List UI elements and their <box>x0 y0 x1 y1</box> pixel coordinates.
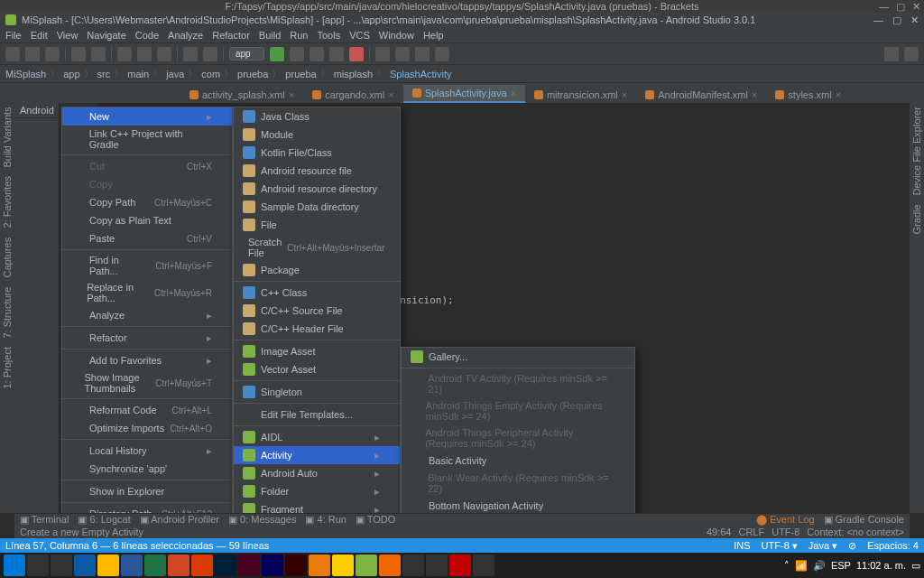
open-icon[interactable] <box>5 47 20 61</box>
project-view-combo[interactable]: Android <box>20 105 54 116</box>
back-icon[interactable] <box>183 47 198 61</box>
menu-item-local-history[interactable]: Local History▸ <box>62 442 232 460</box>
tab-styles-xml[interactable]: styles.xml× <box>766 87 850 103</box>
app-icon[interactable] <box>402 555 424 576</box>
menu-item-package[interactable]: Package <box>234 261 400 279</box>
run-config-combo[interactable]: app <box>229 47 264 61</box>
breadcrumb-item[interactable]: src <box>97 69 111 79</box>
tray-time[interactable]: 11:02 a. m. <box>856 560 906 571</box>
breadcrumb-item[interactable]: SplashActivity <box>390 69 451 79</box>
brackets-status-item[interactable]: INS <box>734 540 750 552</box>
bottom-tool-Event-Log[interactable]: ⬤ Event Log <box>756 514 815 526</box>
bottom-tool-4-Run[interactable]: ▣ 4: Run <box>305 514 346 526</box>
sdk-icon[interactable] <box>395 47 410 61</box>
menu-item-paste[interactable]: PasteCtrl+V <box>62 229 232 247</box>
encoding[interactable]: UTF-8 <box>772 527 799 537</box>
brackets-taskbar-icon[interactable] <box>426 555 448 576</box>
menu-code[interactable]: Code <box>135 30 159 41</box>
menu-item-replace-in-path-[interactable]: Replace in Path...Ctrl+Mayús+R <box>62 279 232 306</box>
menu-tools[interactable]: Tools <box>317 30 340 41</box>
tab-mitransicion-xml[interactable]: mitransicion.xml× <box>525 87 636 103</box>
run-icon[interactable] <box>270 47 284 61</box>
forward-icon[interactable] <box>203 47 217 61</box>
cortana-icon[interactable] <box>51 555 72 576</box>
firefox-icon[interactable] <box>191 555 213 576</box>
as-min-icon[interactable]: — <box>873 14 883 26</box>
toolwindow-Build-Variants[interactable]: Build Variants <box>2 107 13 167</box>
tray-lang[interactable]: ESP <box>831 560 851 571</box>
breadcrumb-item[interactable]: misplash <box>334 69 373 79</box>
undo-icon[interactable] <box>71 47 86 61</box>
start-button[interactable] <box>4 555 25 576</box>
excel-icon[interactable] <box>144 555 166 576</box>
tray-chevron-icon[interactable]: ˄ <box>784 560 790 572</box>
tab-activity_splash-xml[interactable]: activity_splash.xml× <box>180 87 303 103</box>
breadcrumb-item[interactable]: java <box>166 69 184 79</box>
brackets-status-item[interactable]: ⊘ <box>848 540 856 552</box>
app2-icon[interactable] <box>473 555 494 576</box>
bottom-tool-TODO[interactable]: ▣ TODO <box>356 514 395 526</box>
save-icon[interactable] <box>25 47 40 61</box>
menu-item-vector-asset[interactable]: Vector Asset <box>234 360 400 378</box>
tab-cargando-xml[interactable]: cargando.xml× <box>303 87 402 103</box>
menu-navigate[interactable]: Navigate <box>87 30 125 41</box>
max-icon[interactable]: ▢ <box>896 1 905 13</box>
menu-item-find-in-path-[interactable]: Find in Path...Ctrl+Mayús+F <box>62 252 232 279</box>
brackets-status-item[interactable]: Java ▾ <box>808 540 837 552</box>
word-icon[interactable] <box>121 555 143 576</box>
powerpoint-icon[interactable] <box>168 555 189 576</box>
menu-window[interactable]: Window <box>379 30 414 41</box>
menu-help[interactable]: Help <box>423 30 444 41</box>
menu-item-module[interactable]: Module <box>234 126 400 144</box>
androidstudio-taskbar-icon[interactable] <box>356 555 377 576</box>
min-icon[interactable]: — <box>879 1 889 13</box>
menu-item-aidl[interactable]: AIDL▸ <box>234 428 400 446</box>
bottom-tool-Gradle-Console[interactable]: ▣ Gradle Console <box>824 514 905 526</box>
breadcrumb-item[interactable]: app <box>63 69 79 79</box>
bottom-tool-0-Messages[interactable]: ▣ 0: Messages <box>228 514 296 526</box>
breadcrumb-item[interactable]: main <box>127 69 149 79</box>
menu-item-copy-path[interactable]: Copy PathCtrl+Mayús+C <box>62 193 232 211</box>
brackets-status-item[interactable]: Espacios: 4 <box>867 540 919 552</box>
menu-item-image-asset[interactable]: Image Asset <box>234 342 400 360</box>
toolwindow-7-Structure[interactable]: 7: Structure <box>2 286 13 338</box>
profile-icon[interactable] <box>310 47 324 61</box>
breadcrumb-item[interactable]: MiSplash <box>5 69 46 79</box>
as-close-icon[interactable]: ✕ <box>910 14 919 26</box>
bottom-tool-Terminal[interactable]: ▣ Terminal <box>20 514 69 526</box>
breadcrumb-item[interactable]: prueba <box>285 69 316 79</box>
menu-item-gallery-[interactable]: Gallery... <box>402 348 634 366</box>
stop-icon[interactable] <box>349 47 364 61</box>
aftereffects-icon[interactable] <box>262 555 283 576</box>
brackets-status-item[interactable]: UTF-8 ▾ <box>762 540 798 552</box>
breadcrumb-item[interactable]: prueba <box>237 69 268 79</box>
bottom-tool-Android-Profiler[interactable]: ▣ Android Profiler <box>140 514 219 526</box>
edge-icon[interactable] <box>74 555 96 576</box>
tray-volume-icon[interactable]: 🔊 <box>813 560 826 572</box>
help-icon[interactable] <box>435 47 449 61</box>
menu-item-singleton[interactable]: Singleton <box>234 383 400 401</box>
menu-item-folder[interactable]: Folder▸ <box>234 482 400 500</box>
avd-icon[interactable] <box>375 47 390 61</box>
menu-view[interactable]: View <box>57 30 79 41</box>
redo-icon[interactable] <box>91 47 106 61</box>
menu-analyze[interactable]: Analyze <box>168 30 203 41</box>
menu-item-kotlin-file-class[interactable]: Kotlin File/Class <box>234 144 400 162</box>
menu-item-link-c-project-with-gradle[interactable]: Link C++ Project with Gradle <box>62 126 232 153</box>
as-max-icon[interactable]: ▢ <box>892 14 901 26</box>
menu-item-java-class[interactable]: Java Class <box>234 107 400 126</box>
menu-item-synchronize-app-[interactable]: Synchronize 'app' <box>62 460 232 478</box>
menu-item-edit-file-templates-[interactable]: Edit File Templates... <box>234 406 400 424</box>
menu-edit[interactable]: Edit <box>31 30 48 41</box>
tray-network-icon[interactable]: 📶 <box>795 560 808 572</box>
taskview-icon[interactable] <box>27 555 49 576</box>
vlc-icon[interactable] <box>379 555 401 576</box>
menu-item-new[interactable]: New▸ <box>62 107 232 126</box>
attach-icon[interactable] <box>329 47 344 61</box>
breadcrumb-item[interactable]: com <box>201 69 220 79</box>
menu-item-activity[interactable]: Activity▸ <box>234 446 400 464</box>
menu-item-android-resource-file[interactable]: Android resource file <box>234 162 400 180</box>
menu-build[interactable]: Build <box>259 30 281 41</box>
toolwindow-Gradle[interactable]: Gradle <box>911 204 922 234</box>
menu-item-copy-as-plain-text[interactable]: Copy as Plain Text <box>62 211 232 229</box>
